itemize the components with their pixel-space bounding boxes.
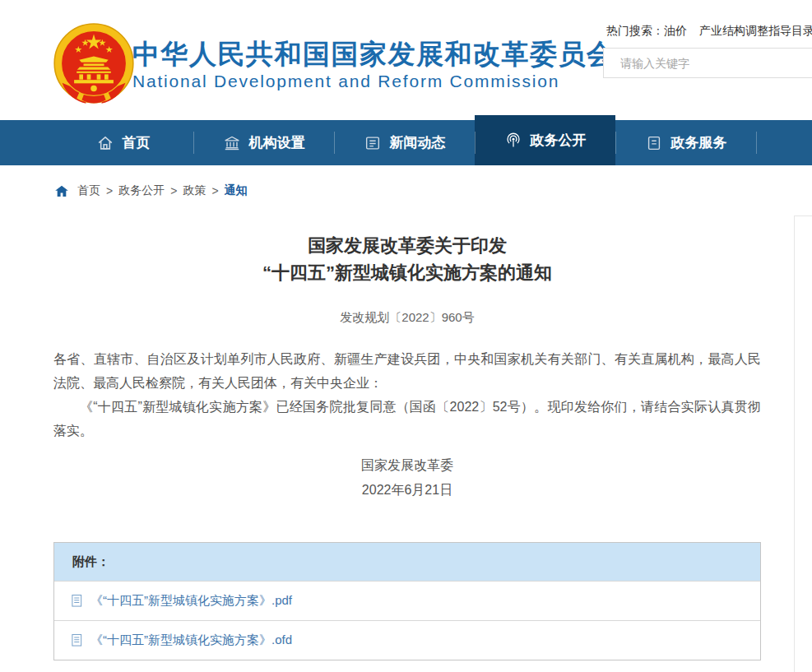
- nav-item-organization[interactable]: 机构设置: [193, 120, 334, 165]
- hot-search-label: 热门搜索：: [606, 24, 664, 37]
- site-header: 中华人民共和国国家发展和改革委员会 National Development a…: [0, 0, 812, 120]
- news-icon: [364, 134, 382, 152]
- article-paragraph: 《“十四五”新型城镇化实施方案》已经国务院批复同意（国函〔2022〕52号）。现…: [53, 395, 761, 443]
- signature-date: 2022年6月21日: [53, 478, 761, 503]
- national-emblem-icon: [51, 23, 137, 109]
- attachments-header: 附件：: [54, 543, 760, 581]
- breadcrumb-current: 通知: [225, 183, 248, 198]
- right-panel-fragment: [794, 216, 812, 672]
- file-icon: [71, 633, 83, 647]
- nav-item-gov-services[interactable]: 政务服务: [615, 120, 756, 165]
- document-number: 发改规划〔2022〕960号: [53, 310, 761, 326]
- hot-search-link-2[interactable]: 产业结构调整指导目录: [699, 24, 812, 37]
- breadcrumb-item-gov-disclosure[interactable]: 政务公开: [118, 183, 165, 198]
- attachment-row-ofd[interactable]: 《“十四五”新型城镇化实施方案》.ofd: [54, 620, 760, 660]
- site-title-zh: 中华人民共和国国家发展和改革委员会: [132, 38, 615, 71]
- attachment-row-pdf[interactable]: 《“十四五”新型城镇化实施方案》.pdf: [54, 581, 760, 620]
- home-icon: [96, 134, 114, 152]
- hot-search-link-1[interactable]: 油价: [664, 24, 687, 37]
- nav-item-home[interactable]: 首页: [53, 120, 193, 165]
- article-paragraph: 各省、直辖市、自治区及计划单列市人民政府、新疆生产建设兵团，中央和国家机关有关部…: [53, 347, 761, 395]
- nav-item-label: 政务公开: [531, 131, 587, 150]
- search-input[interactable]: [603, 48, 812, 78]
- nav-item-data[interactable]: [756, 120, 812, 165]
- page-title-line-1: 国家发展改革委关于印发: [53, 232, 761, 259]
- site-titles: 中华人民共和国国家发展和改革委员会 National Development a…: [132, 38, 615, 91]
- article-content: 国家发展改革委关于印发 “十四五”新型城镇化实施方案的通知 发改规划〔2022〕…: [53, 220, 761, 660]
- nav-item-label: 政务服务: [671, 133, 727, 152]
- national-emblem-logo: [51, 23, 137, 109]
- site-title-en: National Development and Reform Commissi…: [132, 72, 615, 91]
- attachment-link-ofd[interactable]: 《“十四五”新型城镇化实施方案》.ofd: [90, 633, 292, 648]
- breadcrumb-separator: >: [211, 184, 218, 197]
- main-nav: 首页 机构设置 新闻动态: [0, 120, 812, 165]
- signature-block: 国家发展改革委 2022年6月21日: [53, 453, 761, 503]
- page: 中华人民共和国国家发展和改革委员会 National Development a…: [0, 0, 812, 672]
- nav-item-news[interactable]: 新闻动态: [334, 120, 475, 165]
- attachments-panel: 附件： 《“十四五”新型城镇化实施方案》.pdf 《“十四五”新型城镇化实施方案…: [53, 542, 761, 660]
- breadcrumb-separator: >: [170, 184, 177, 197]
- broadcast-icon: [504, 132, 522, 150]
- nav-item-gov-disclosure[interactable]: 政务公开: [475, 115, 615, 165]
- page-title-line-2: “十四五”新型城镇化实施方案的通知: [53, 259, 761, 286]
- attachment-link-pdf[interactable]: 《“十四五”新型城镇化实施方案》.pdf: [90, 593, 292, 609]
- document-icon: [645, 134, 663, 152]
- hot-search-bar: 热门搜索：油价产业结构调整指导目录: [606, 24, 812, 39]
- nav-item-label: 新闻动态: [390, 133, 446, 152]
- breadcrumb-separator: >: [106, 184, 113, 197]
- bank-icon: [223, 134, 241, 152]
- page-title: 国家发展改革委关于印发 “十四五”新型城镇化实施方案的通知: [53, 232, 761, 286]
- breadcrumb: 首页 > 政务公开 > 政策 > 通知: [54, 183, 248, 198]
- nav-item-label: 机构设置: [249, 133, 305, 152]
- breadcrumb-item-home[interactable]: 首页: [77, 183, 100, 198]
- file-icon: [71, 594, 83, 608]
- breadcrumb-item-policy[interactable]: 政策: [183, 183, 206, 198]
- breadcrumb-home-icon[interactable]: [54, 184, 69, 198]
- signature-issuer: 国家发展改革委: [53, 453, 761, 478]
- nav-item-label: 首页: [123, 133, 151, 152]
